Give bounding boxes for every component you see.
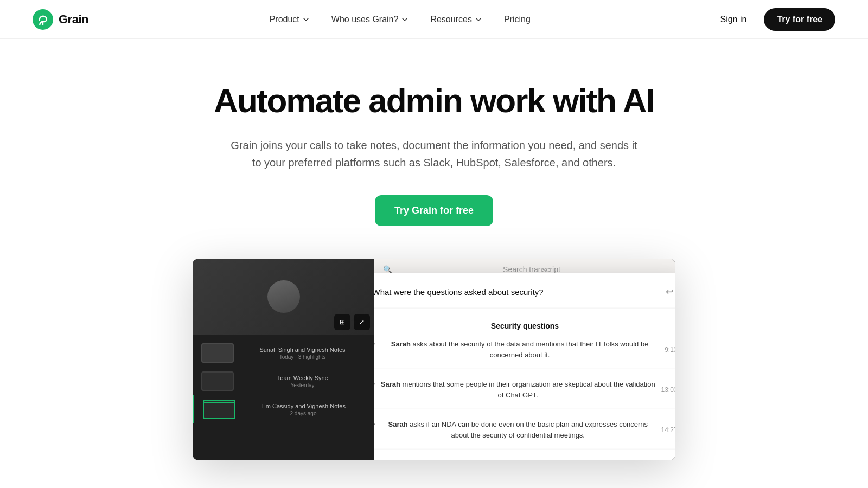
transcript-search-placeholder[interactable]: Search transcript xyxy=(397,265,667,274)
ai-item-text: Sarah asks if an NDA can be done even on… xyxy=(380,419,655,440)
ai-question-text: What were the questions asked about secu… xyxy=(374,287,544,296)
ai-item-text: Sarah suggests reaching out to their IT … xyxy=(380,459,672,460)
ai-bullet: • xyxy=(374,380,375,388)
ai-section-title: Security questions xyxy=(374,322,675,330)
ai-timestamp: 14:27 xyxy=(661,426,675,433)
sidebar-list-item[interactable]: Team Weekly Sync Yesterday xyxy=(193,367,374,395)
nav-item-resources[interactable]: Resources xyxy=(422,10,490,29)
recording-thumbnail xyxy=(201,343,234,363)
svg-point-0 xyxy=(33,9,53,30)
sidebar-recording-list: Suriati Singh and Vignesh Notes Today · … xyxy=(193,335,374,428)
sidebar-list-item[interactable]: Suriati Singh and Vignesh Notes Today · … xyxy=(193,339,374,367)
try-for-free-button[interactable]: Try for free xyxy=(764,8,835,31)
ai-popup-header: What were the questions asked about secu… xyxy=(374,273,675,309)
ai-item-text: Sarah asks about the security of the dat… xyxy=(380,339,659,360)
ai-item-text: Sarah mentions that some people in their… xyxy=(380,379,655,400)
ai-timestamp: 9:13 xyxy=(665,345,675,353)
video-preview: ⊞ ⤢ xyxy=(193,259,374,335)
expand-tool-btn[interactable]: ⤢ xyxy=(354,314,370,330)
ai-list-item: • Sarah asks about the security of the d… xyxy=(374,339,675,369)
ai-list-item: • Sarah asks if an NDA can be done even … xyxy=(374,419,675,450)
chevron-down-icon xyxy=(302,16,310,23)
chevron-down-icon xyxy=(401,16,409,23)
ai-list-item: • Sarah suggests reaching out to their I… xyxy=(374,459,675,460)
ai-bullet: • xyxy=(374,340,375,348)
sidebar-item-info: Suriati Singh and Vignesh Notes Today · … xyxy=(239,346,366,360)
ai-bullet: • xyxy=(374,420,375,428)
transcript-panel: 🔍 Search transcript asking. It's Friday.… xyxy=(374,259,675,460)
video-toolbar: ⊞ ⤢ xyxy=(334,314,370,330)
logo-link[interactable]: Grain xyxy=(33,9,88,30)
grain-logo-icon xyxy=(33,9,53,30)
ai-list-item: • Sarah mentions that some people in the… xyxy=(374,379,675,409)
sidebar-panel: ⊞ ⤢ Suriati Singh and Vignesh Notes Toda… xyxy=(193,259,374,460)
nav-center: Product Who uses Grain? Resources Pricin… xyxy=(261,10,539,29)
sidebar-item-info: Tim Cassidy and Vignesh Notes 2 days ago xyxy=(241,403,366,416)
ai-query-popup: What were the questions asked about secu… xyxy=(374,273,675,460)
chevron-down-icon xyxy=(475,16,482,23)
hero-title: Automate admin work with AI xyxy=(214,82,654,119)
ai-timestamp: 13:03 xyxy=(661,386,675,393)
logo-text: Grain xyxy=(59,12,88,27)
recording-thumbnail xyxy=(201,371,234,391)
sign-in-button[interactable]: Sign in xyxy=(711,10,755,29)
search-icon: 🔍 xyxy=(383,265,392,274)
hero-section: Automate admin work with AI Grain joins … xyxy=(0,39,868,488)
nav-item-pricing[interactable]: Pricing xyxy=(495,10,539,29)
screenshot-tool-btn[interactable]: ⊞ xyxy=(334,314,350,330)
product-screenshot: ⊞ ⤢ Suriati Singh and Vignesh Notes Toda… xyxy=(193,259,675,460)
recording-thumbnail xyxy=(203,400,235,419)
hero-cta-button[interactable]: Try Grain for free xyxy=(375,195,493,226)
video-bg: ⊞ ⤢ xyxy=(193,259,374,335)
nav-item-who-uses-grain[interactable]: Who uses Grain? xyxy=(323,10,418,29)
nav-item-product[interactable]: Product xyxy=(261,10,318,29)
navbar: Grain Product Who uses Grain? Resources … xyxy=(0,0,868,39)
hero-subtitle: Grain joins your calls to take notes, do… xyxy=(228,137,640,171)
sidebar-item-info: Team Weekly Sync Yesterday xyxy=(239,375,366,388)
sidebar-list-item[interactable]: Tim Cassidy and Vignesh Notes 2 days ago xyxy=(193,395,374,423)
ai-popup-body: Security questions • Sarah asks about th… xyxy=(374,309,675,460)
ai-regenerate-icon[interactable]: ↩ xyxy=(662,284,676,299)
nav-right: Sign in Try for free xyxy=(711,8,835,31)
